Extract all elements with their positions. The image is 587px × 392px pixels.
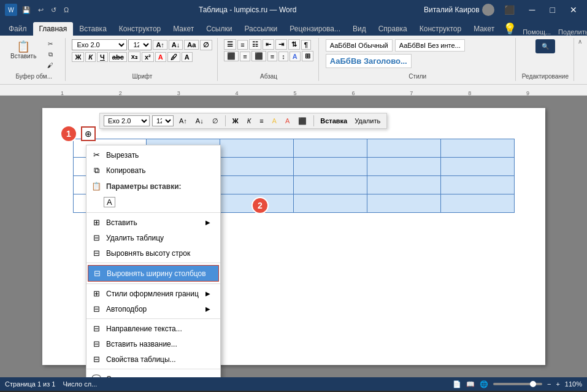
justify-btn[interactable]: ≡ bbox=[267, 52, 277, 61]
table-cell[interactable] bbox=[440, 176, 514, 194]
help-icon[interactable]: 💡 bbox=[501, 22, 519, 36]
tab-review[interactable]: Рецензирова... bbox=[283, 22, 347, 36]
view-web-btn[interactable]: 🌐 bbox=[480, 380, 488, 388]
superscript-btn[interactable]: x² bbox=[142, 52, 154, 62]
shading-btn[interactable]: A bbox=[290, 52, 301, 61]
mini-insert-btn[interactable]: Вставка bbox=[318, 117, 350, 125]
italic-btn[interactable]: К bbox=[85, 52, 96, 62]
subscript-btn[interactable]: x₂ bbox=[128, 52, 140, 62]
ribbon-toggle-btn[interactable]: ⬛ bbox=[499, 4, 520, 16]
strikethrough-btn[interactable]: abc bbox=[109, 52, 127, 62]
highlight-btn[interactable]: 🖊 bbox=[167, 52, 180, 62]
redo-quick-btn[interactable]: ↺ bbox=[48, 5, 59, 15]
align-left-btn[interactable]: ⬛ bbox=[224, 51, 239, 61]
menu-paste-item[interactable]: A bbox=[86, 194, 220, 210]
close-btn[interactable]: ✕ bbox=[565, 4, 582, 16]
underline-btn[interactable]: Ч bbox=[97, 52, 108, 62]
increase-indent-btn[interactable]: ⇥ bbox=[275, 39, 287, 50]
ribbon-collapse-btn[interactable]: ∧ bbox=[575, 38, 585, 45]
menu-distribute-cols[interactable]: ⊟ Выровнять ширину столбцов bbox=[88, 265, 219, 282]
align-center-btn[interactable]: ≡ bbox=[240, 52, 250, 61]
mini-italic-btn[interactable]: К bbox=[244, 116, 254, 126]
menu-insert[interactable]: ⊞ Вставить ▶ bbox=[86, 215, 220, 230]
show-marks-btn[interactable]: ¶ bbox=[301, 40, 311, 50]
menu-add-comment[interactable]: 💬 Создать примечание bbox=[86, 371, 220, 377]
cut-btn[interactable]: ✂ bbox=[40, 39, 60, 48]
table-cell[interactable] bbox=[367, 158, 440, 176]
mini-shading-btn[interactable]: ⬛ bbox=[295, 116, 310, 126]
clear-format-btn[interactable]: ∅ bbox=[200, 40, 212, 50]
zoom-slider[interactable] bbox=[493, 383, 542, 385]
increase-font-btn[interactable]: A↑ bbox=[153, 40, 167, 50]
tab-constructor2[interactable]: Конструктор bbox=[413, 22, 467, 36]
tab-insert[interactable]: Вставка bbox=[73, 22, 113, 36]
zoom-in-btn[interactable]: + bbox=[556, 380, 559, 388]
numbered-list-btn[interactable]: ≡ bbox=[237, 40, 247, 50]
mini-bold-btn[interactable]: Ж bbox=[229, 116, 242, 126]
menu-autofit[interactable]: ⊟ Автоподбор ▶ bbox=[86, 301, 220, 317]
font-case-btn[interactable]: Aa bbox=[184, 40, 199, 50]
mini-font-select[interactable]: Exo 2.0 bbox=[104, 115, 150, 126]
bullet-list-btn[interactable]: ☰ bbox=[224, 39, 236, 50]
zoom-out-btn[interactable]: − bbox=[547, 380, 551, 388]
undo-quick-btn[interactable]: ↩ bbox=[36, 5, 46, 15]
tab-mailings[interactable]: Рассылки bbox=[238, 22, 283, 36]
format-painter-btn[interactable]: 🖌 bbox=[40, 61, 60, 70]
menu-cut[interactable]: ✂ Вырезать bbox=[86, 147, 220, 163]
tab-references[interactable]: Ссылки bbox=[200, 22, 238, 36]
tab-view[interactable]: Вид bbox=[347, 22, 372, 36]
table-cell[interactable] bbox=[220, 139, 294, 158]
borders-btn[interactable]: ⊞ bbox=[302, 51, 313, 61]
table-cell[interactable] bbox=[293, 139, 367, 158]
align-right-btn[interactable]: ⬛ bbox=[251, 51, 266, 61]
collab-btn[interactable]: Поделиться bbox=[554, 28, 587, 36]
tab-design[interactable]: Конструктор bbox=[113, 22, 167, 36]
table-cell[interactable] bbox=[367, 194, 440, 213]
sort-btn[interactable]: ⇅ bbox=[288, 39, 300, 50]
copy-btn[interactable]: ⧉ bbox=[40, 50, 60, 60]
mini-decrease-btn[interactable]: A↓ bbox=[193, 116, 207, 126]
menu-copy[interactable]: ⧉ Копировать bbox=[86, 163, 220, 179]
mini-increase-btn[interactable]: A↑ bbox=[176, 116, 190, 126]
mini-highlight-btn[interactable]: A bbox=[269, 116, 280, 126]
font-name-select[interactable]: Exo 2.0 bbox=[72, 39, 127, 50]
customize-quick-btn[interactable]: Ω bbox=[61, 5, 71, 15]
decrease-font-btn[interactable]: A↓ bbox=[169, 40, 183, 50]
text-color-btn[interactable]: A bbox=[155, 52, 166, 62]
table-cell[interactable] bbox=[440, 158, 514, 176]
table-cell[interactable] bbox=[440, 139, 514, 158]
view-read-btn[interactable]: 📖 bbox=[466, 380, 475, 388]
table-cell[interactable] bbox=[367, 139, 440, 158]
line-spacing-btn[interactable]: ↕ bbox=[278, 52, 288, 61]
table-cell[interactable] bbox=[440, 194, 514, 213]
tab-file[interactable]: Файл bbox=[2, 22, 33, 36]
table-cell[interactable] bbox=[220, 158, 294, 176]
menu-table-props[interactable]: ⊟ Свойства таблицы... bbox=[86, 352, 220, 367]
table-cell[interactable] bbox=[293, 194, 367, 213]
table-move-handle[interactable]: ⊕ bbox=[81, 126, 96, 141]
paste-btn[interactable]: 📋 Вставить bbox=[7, 39, 39, 61]
style-heading1[interactable]: АаБбВв Заголово... bbox=[326, 54, 412, 68]
table-cell[interactable] bbox=[220, 176, 294, 194]
style-no-spacing[interactable]: АаБбВвI Без инте... bbox=[395, 39, 465, 52]
multilevel-list-btn[interactable]: ☷ bbox=[249, 39, 261, 50]
mini-delete-btn[interactable]: Удалить bbox=[352, 117, 383, 125]
tab-help[interactable]: Справка bbox=[372, 22, 413, 36]
minimize-btn[interactable]: ─ bbox=[524, 4, 540, 16]
font-size-select[interactable]: 12 bbox=[128, 39, 152, 50]
view-normal-btn[interactable]: 📄 bbox=[453, 380, 461, 388]
tab-layout[interactable]: Макет bbox=[167, 22, 200, 36]
tab-layout2[interactable]: Макет bbox=[467, 22, 501, 36]
share-btn[interactable]: Помощ... bbox=[519, 28, 554, 36]
menu-insert-caption[interactable]: ⊟ Вставить название... bbox=[86, 336, 220, 352]
decrease-indent-btn[interactable]: ⇤ bbox=[263, 39, 274, 50]
mini-format-btn[interactable]: ∅ bbox=[209, 116, 221, 126]
table-cell[interactable] bbox=[293, 176, 367, 194]
style-normal[interactable]: АаБбВвI Обычный bbox=[326, 39, 393, 52]
mini-align-btn[interactable]: ≡ bbox=[256, 116, 266, 126]
font-color-btn[interactable]: A bbox=[182, 52, 193, 62]
bold-btn[interactable]: Ж bbox=[72, 52, 84, 62]
menu-distribute-rows[interactable]: ⊟ Выровнять высоту строк bbox=[86, 245, 220, 261]
table-cell[interactable] bbox=[293, 158, 367, 176]
save-quick-btn[interactable]: 💾 bbox=[20, 5, 33, 15]
